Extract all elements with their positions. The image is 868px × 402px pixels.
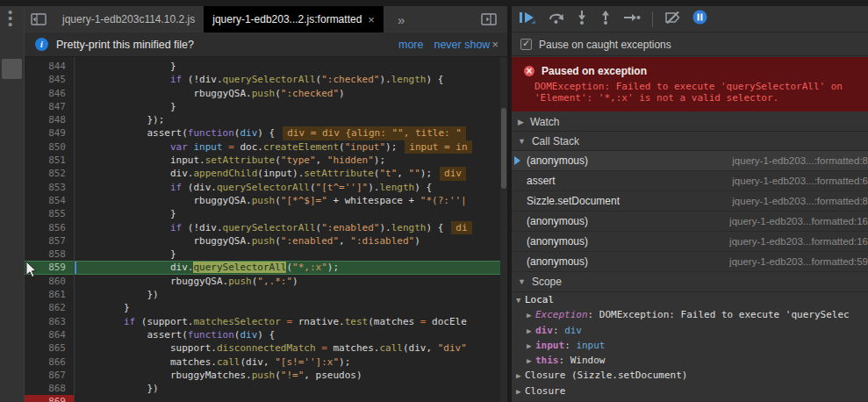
- code-line: 861 }): [25, 288, 507, 301]
- scope-row[interactable]: ▶div: div: [512, 323, 868, 338]
- line-number[interactable]: 853: [25, 181, 74, 194]
- call-stack-list: (anonymous)jquery-1-edb203...:formatted:…: [512, 151, 868, 272]
- closure-scope-label: Closure: [525, 385, 565, 397]
- code-line: 848 });: [25, 113, 507, 126]
- pretty-print-text: Pretty-print this minified file?: [56, 39, 194, 51]
- step-into-icon[interactable]: [576, 10, 588, 28]
- code-line: 844 }: [25, 60, 507, 73]
- scope-row[interactable]: ▼Local: [512, 292, 868, 307]
- pause-on-exceptions-icon[interactable]: [692, 10, 707, 28]
- line-number[interactable]: 857: [25, 234, 74, 248]
- tab-close-icon[interactable]: ×: [368, 13, 375, 26]
- call-stack-frame[interactable]: (anonymous)jquery-1-edb203...formatted:5…: [512, 252, 868, 272]
- variable-name: Exception: [535, 309, 588, 320]
- code-text: assert(function(div) {: [74, 328, 507, 341]
- code-text: }: [74, 100, 507, 113]
- frame-function: (anonymous): [527, 154, 588, 167]
- scope-row[interactable]: ▶Closure: [512, 384, 868, 398]
- frame-location: jquery-1-edb203...:formatted:6: [732, 176, 868, 186]
- code-text: assert(function(div) {div = div {align: …: [74, 126, 507, 140]
- line-number[interactable]: 851: [25, 154, 74, 167]
- tab-label: jquery-1-edb203...2.js:formatted: [212, 13, 362, 25]
- call-stack-frame[interactable]: (anonymous)jquery-1-edb203...formatted:1…: [512, 212, 868, 232]
- code-text: }): [74, 288, 507, 301]
- line-number[interactable]: 848: [25, 113, 74, 126]
- line-number[interactable]: 861: [25, 288, 74, 301]
- local-scope-label: Local: [525, 294, 554, 305]
- pause-on-caught-checkbox[interactable]: [520, 39, 532, 50]
- step-out-icon[interactable]: [599, 10, 612, 28]
- line-number[interactable]: 862: [25, 301, 74, 314]
- line-number[interactable]: 863: [25, 315, 74, 328]
- code-line: 867 rbuggyMatches.push("!=", pseudos): [25, 369, 507, 382]
- collapsed-triangle-icon: ▶: [518, 118, 524, 126]
- line-number[interactable]: 854: [25, 194, 74, 207]
- code-line: 846 rbuggyQSA.push(":checked"): [25, 87, 507, 100]
- toolbar-separator: [652, 11, 653, 27]
- pause-on-caught-row: Pause on caught exceptions: [512, 33, 868, 56]
- call-stack-frame[interactable]: Sizzle.setDocumentjquery-1-edb203...:for…: [512, 191, 868, 212]
- more-link[interactable]: more: [398, 39, 423, 51]
- pane-divider[interactable]: [507, 0, 512, 402]
- line-number[interactable]: 866: [25, 355, 74, 369]
- kebab-menu-icon[interactable]: •••: [8, 9, 12, 27]
- left-scrollbar-thumb[interactable]: [2, 59, 22, 79]
- line-number[interactable]: 852: [25, 167, 74, 180]
- step-icon[interactable]: [623, 11, 641, 27]
- frame-function: Sizzle.setDocument: [527, 195, 620, 207]
- line-number[interactable]: 850: [25, 140, 74, 154]
- line-number[interactable]: 864: [25, 328, 74, 341]
- line-number[interactable]: 856: [25, 221, 74, 234]
- step-over-icon[interactable]: [548, 11, 564, 28]
- scope-row[interactable]: ▶Closure (Sizzle.setDocument): [512, 368, 868, 383]
- frame-function: (anonymous): [527, 255, 588, 268]
- line-number[interactable]: 845: [25, 73, 74, 86]
- code-text: rbuggyQSA.push(",.*:"): [74, 275, 507, 288]
- watch-section-header[interactable]: ▶ Watch: [512, 112, 868, 132]
- code-line: 849 assert(function(div) {div = div {ali…: [25, 126, 507, 140]
- line-number[interactable]: 847: [25, 100, 74, 113]
- frame-function: assert: [527, 175, 556, 187]
- resume-icon[interactable]: [519, 11, 536, 28]
- line-number[interactable]: 867: [25, 369, 74, 382]
- banner-close-icon[interactable]: ×: [491, 38, 499, 51]
- line-number[interactable]: 858: [25, 248, 74, 261]
- code-text: }: [74, 248, 507, 261]
- deactivate-breakpoints-icon[interactable]: [664, 11, 681, 28]
- line-number[interactable]: 849: [25, 126, 74, 140]
- line-number[interactable]: 869: [25, 395, 74, 402]
- inline-eval-widget: div = div {align: "", title: ": [283, 126, 466, 140]
- line-number[interactable]: 855: [25, 207, 74, 220]
- code-line: 859 div.querySelectorAll("*,:x");: [25, 261, 507, 274]
- exception-message: DOMException: Failed to execute 'querySe…: [534, 82, 868, 104]
- line-number[interactable]: 868: [25, 382, 74, 395]
- editor-scrollbar-thumb[interactable]: [501, 108, 506, 189]
- tab-jquery-source[interactable]: jquery-1-edb203c114.10.2.js: [54, 6, 204, 32]
- code-line: 855 }: [25, 207, 507, 220]
- scope-section-header[interactable]: ▼ Scope: [512, 272, 868, 292]
- line-number[interactable]: 844: [25, 60, 74, 73]
- scope-row[interactable]: ▶this: Window: [512, 353, 868, 368]
- tab-overflow-icon[interactable]: »: [398, 12, 405, 27]
- code-text: }: [74, 207, 507, 220]
- tab-label: jquery-1-edb203c114.10.2.js: [62, 13, 195, 25]
- call-stack-frame[interactable]: assertjquery-1-edb203...:formatted:6: [512, 171, 868, 191]
- left-sidebar: •••: [0, 0, 25, 402]
- collapsed-triangle-icon: ▶: [516, 369, 525, 383]
- code-line: 857 rbuggyQSA.push(":enabled", ":disable…: [25, 234, 507, 248]
- watch-title: Watch: [530, 116, 560, 128]
- line-number[interactable]: 846: [25, 87, 74, 100]
- show-debugger-icon[interactable]: [481, 13, 497, 25]
- collapsed-triangle-icon: ▶: [516, 384, 525, 398]
- scope-row[interactable]: ▶Exception: DOMException: Failed to exec…: [512, 307, 868, 322]
- line-number[interactable]: 865: [25, 341, 74, 355]
- exception-title: Paused on exception: [542, 65, 647, 77]
- scope-row[interactable]: ▶input: input: [512, 338, 868, 353]
- tab-jquery-formatted[interactable]: jquery-1-edb203...2.js:formatted ×: [204, 6, 384, 32]
- editor-scrollbar[interactable]: [500, 57, 507, 402]
- show-navigator-icon[interactable]: [31, 13, 47, 25]
- call-stack-section-header[interactable]: ▼ Call Stack: [512, 133, 868, 151]
- never-show-link[interactable]: never show: [434, 39, 490, 51]
- call-stack-frame[interactable]: (anonymous)jquery-1-edb203...formatted:1…: [512, 232, 868, 252]
- call-stack-frame[interactable]: (anonymous)jquery-1-edb203...:formatted:…: [512, 151, 868, 171]
